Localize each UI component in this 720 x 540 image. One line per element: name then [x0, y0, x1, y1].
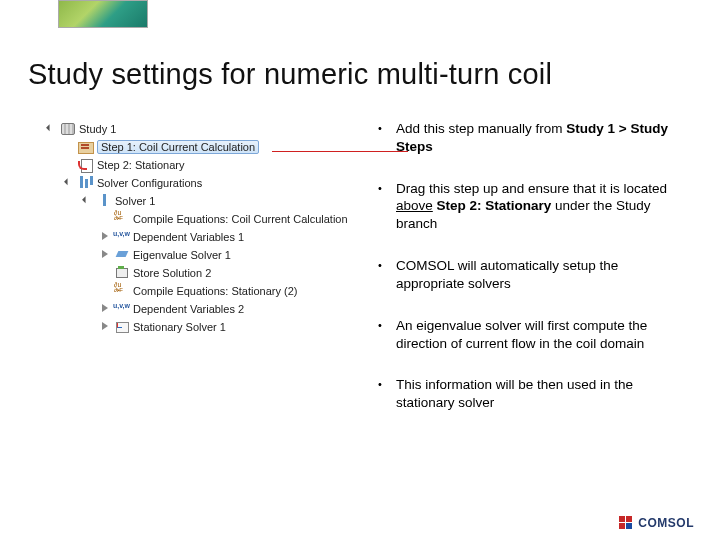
comsol-logo-icon: [619, 516, 633, 530]
tree-node-compile-eq-stationary[interactable]: Compile Equations: Stationary (2): [48, 282, 368, 300]
spacer-icon: [66, 160, 76, 170]
store-solution-icon: [114, 266, 130, 280]
tree-label: Eigenvalue Solver 1: [133, 249, 231, 261]
bullet-item: • COMSOL will automatically setup the ap…: [378, 257, 688, 293]
spacer-icon: [102, 268, 112, 278]
description-bullets: • Add this step manually from Study 1 > …: [378, 120, 688, 436]
bullet-item: • This information will be then used in …: [378, 376, 688, 412]
bullet-text: This information will be then used in th…: [396, 376, 688, 412]
solver-icon: [96, 194, 112, 208]
comsol-logo: COMSOL: [619, 516, 694, 530]
comsol-logo-text: COMSOL: [638, 516, 694, 530]
expand-icon[interactable]: [62, 177, 76, 191]
expand-icon[interactable]: [102, 304, 112, 314]
stationary-step-icon: [78, 158, 94, 172]
tree-label: Dependent Variables 1: [133, 231, 244, 243]
equations-icon: [114, 212, 130, 226]
equations-icon: [114, 284, 130, 298]
bullet-text: Drag this step up and ensure that it is …: [396, 180, 688, 233]
expand-icon[interactable]: [44, 123, 58, 137]
tree-label: Stationary Solver 1: [133, 321, 226, 333]
tree-label: Step 1: Coil Current Calculation: [97, 140, 259, 154]
tree-label: Compile Equations: Stationary (2): [133, 285, 297, 297]
bullet-text: COMSOL will automatically setup the appr…: [396, 257, 688, 293]
tree-node-solver1[interactable]: Solver 1: [48, 192, 368, 210]
study-icon: [60, 122, 76, 136]
tree-node-dependent-vars-2[interactable]: Dependent Variables 2: [48, 300, 368, 318]
bullet-dot-icon: •: [378, 180, 396, 233]
tree-label: Step 2: Stationary: [97, 159, 184, 171]
tree-node-store-solution[interactable]: Store Solution 2: [48, 264, 368, 282]
coil-step-icon: [78, 140, 94, 154]
spacer-icon: [102, 214, 112, 224]
bullet-dot-icon: •: [378, 257, 396, 293]
tree-label: Study 1: [79, 123, 116, 135]
expand-icon[interactable]: [102, 250, 112, 260]
bullet-item: • Drag this step up and ensure that it i…: [378, 180, 688, 233]
tree-label: Compile Equations: Coil Current Calculat…: [133, 213, 348, 225]
expand-icon[interactable]: [102, 232, 112, 242]
tree-label: Dependent Variables 2: [133, 303, 244, 315]
tree-node-study1[interactable]: Study 1: [48, 120, 368, 138]
tree-label: Solver Configurations: [97, 177, 202, 189]
spacer-icon: [66, 142, 76, 152]
tree-label: Store Solution 2: [133, 267, 211, 279]
bullet-item: • Add this step manually from Study 1 > …: [378, 120, 688, 156]
eigenvalue-icon: [114, 248, 130, 262]
bullet-text: Add this step manually from Study 1 > St…: [396, 120, 688, 156]
callout-line: [272, 151, 408, 152]
solver-config-icon: [78, 176, 94, 190]
bullet-text: An eigenvalue solver will first compute …: [396, 317, 688, 353]
tree-node-step1-coil-current[interactable]: Step 1: Coil Current Calculation: [48, 138, 368, 156]
tree-node-dependent-vars-1[interactable]: Dependent Variables 1: [48, 228, 368, 246]
spacer-icon: [102, 286, 112, 296]
model-tree: Study 1 Step 1: Coil Current Calculation…: [48, 120, 368, 436]
tree-node-eigenvalue-solver[interactable]: Eigenvalue Solver 1: [48, 246, 368, 264]
stationary-solver-icon: [114, 320, 130, 334]
tree-label: Solver 1: [115, 195, 155, 207]
bullet-dot-icon: •: [378, 376, 396, 412]
expand-icon[interactable]: [102, 322, 112, 332]
dependent-vars-icon: [114, 230, 130, 244]
bullet-dot-icon: •: [378, 317, 396, 353]
tree-node-compile-eq-coil[interactable]: Compile Equations: Coil Current Calculat…: [48, 210, 368, 228]
bullet-item: • An eigenvalue solver will first comput…: [378, 317, 688, 353]
tree-node-solver-configurations[interactable]: Solver Configurations: [48, 174, 368, 192]
tree-node-step2-stationary[interactable]: Step 2: Stationary: [48, 156, 368, 174]
slide-header-graphic: [58, 0, 148, 28]
tree-node-stationary-solver[interactable]: Stationary Solver 1: [48, 318, 368, 336]
expand-icon[interactable]: [80, 195, 94, 209]
slide-title: Study settings for numeric multi-turn co…: [28, 58, 552, 91]
dependent-vars-icon: [114, 302, 130, 316]
